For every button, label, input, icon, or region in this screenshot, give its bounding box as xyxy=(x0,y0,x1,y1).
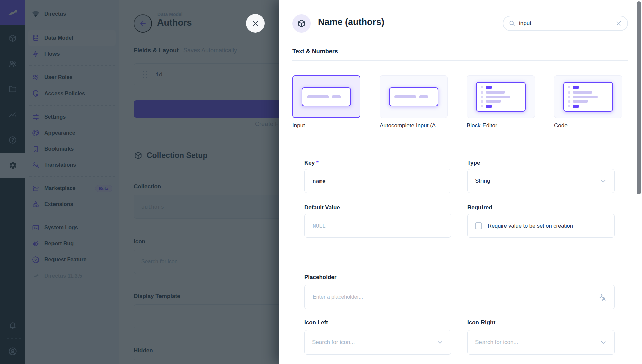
chevron-down-icon xyxy=(600,177,607,185)
default-value-label: Default Value xyxy=(304,204,340,211)
required-checkbox-label: Require value to be set on creation xyxy=(488,223,573,229)
required-label: Required xyxy=(467,204,492,211)
required-mark: * xyxy=(316,160,319,166)
icon-right-placeholder: Search for icon... xyxy=(475,339,518,346)
close-icon xyxy=(252,20,259,27)
field-config-drawer: Name (authors) Text & Numbers Input Auto… xyxy=(279,0,642,364)
scrollbar[interactable] xyxy=(637,1,641,194)
icon-right-label: Icon Right xyxy=(467,319,495,326)
required-field: Require value to be set on creation xyxy=(467,214,615,238)
required-checkbox[interactable] xyxy=(475,222,482,229)
default-value-input[interactable] xyxy=(305,214,451,237)
icon-left-select[interactable]: Search for icon... xyxy=(304,330,451,355)
placeholder-input[interactable] xyxy=(305,285,614,309)
chevron-down-icon xyxy=(436,339,444,346)
key-input[interactable] xyxy=(305,169,451,193)
type-label: Type xyxy=(467,160,480,166)
chevron-down-icon xyxy=(600,339,607,346)
placeholder-label: Placeholder xyxy=(304,274,336,281)
icon-left-placeholder: Search for icon... xyxy=(312,339,355,346)
clear-search-icon[interactable] xyxy=(615,20,622,27)
icon-right-select[interactable]: Search for icon... xyxy=(467,330,615,355)
field-options-form: Key * Type String Default Value Required… xyxy=(304,0,615,364)
type-value: String xyxy=(475,178,490,184)
key-label: Key * xyxy=(304,160,319,166)
icon-left-label: Icon Left xyxy=(304,319,328,326)
divider xyxy=(304,260,615,260)
drawer-close-button[interactable] xyxy=(246,14,265,33)
drawer-overlay[interactable] xyxy=(0,0,279,364)
translate-icon[interactable] xyxy=(598,293,607,302)
type-select[interactable]: String xyxy=(467,169,615,193)
